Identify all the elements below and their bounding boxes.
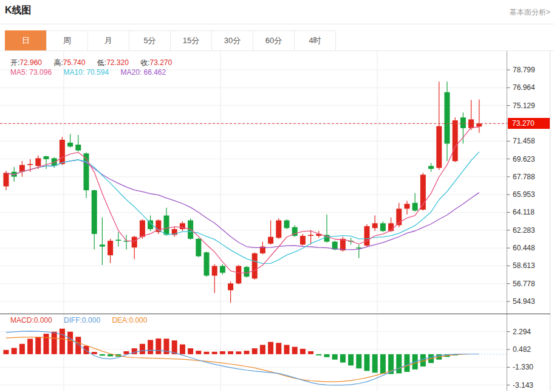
price-axis-label: 56.778 xyxy=(513,280,535,288)
price-axis-label: 60.448 xyxy=(513,244,535,252)
macd-axis-label: -3.143 xyxy=(513,381,533,390)
low-value: 低:72.320 xyxy=(97,58,129,67)
price-axis-label: 54.943 xyxy=(513,297,535,306)
price-axis-label: 67.788 xyxy=(513,173,535,181)
price-axis-label: 65.953 xyxy=(513,190,535,199)
ma-legend: MA5: 73.096 MA10: 70.594 MA20: 66.462 xyxy=(10,68,176,77)
macd-axis-label: 0.482 xyxy=(513,345,531,354)
price-axis-label: 76.964 xyxy=(513,83,535,92)
diff-value: DIFF:0.000 xyxy=(64,316,100,325)
macd-axis-label: -1.330 xyxy=(513,363,533,371)
current-price-tag: 73.270 xyxy=(508,118,550,129)
close-value: 收:73.270 xyxy=(140,58,172,67)
price-axis-label: 58.613 xyxy=(513,261,535,270)
price-axis-label: 71.458 xyxy=(513,137,535,145)
macd-value: MACD:0.000 xyxy=(10,316,52,325)
macd-legend: MACD:0.000 DIFF:0.000 DEA:0.000 xyxy=(10,316,157,325)
price-axis-label: 75.129 xyxy=(513,101,535,110)
high-value: 高:75.740 xyxy=(53,58,85,67)
price-axis-label: 64.118 xyxy=(513,208,535,216)
ma5-value: MA5: 73.096 xyxy=(10,68,52,77)
open-value: 开:72.960 xyxy=(10,58,42,67)
ma10-value: MA10: 70.594 xyxy=(63,68,109,77)
price-axis-label: 78.799 xyxy=(513,66,535,74)
ohlc-legend: 开:72.960 高:75.740 低:72.320 收:73.270 xyxy=(10,58,182,68)
price-axis-label: 62.283 xyxy=(513,226,535,235)
macd-axis-label: 2.294 xyxy=(513,328,531,336)
ma20-value: MA20: 66.462 xyxy=(120,68,166,77)
dea-value: DEA:0.000 xyxy=(112,316,147,325)
price-axis-label: 69.623 xyxy=(513,155,535,163)
